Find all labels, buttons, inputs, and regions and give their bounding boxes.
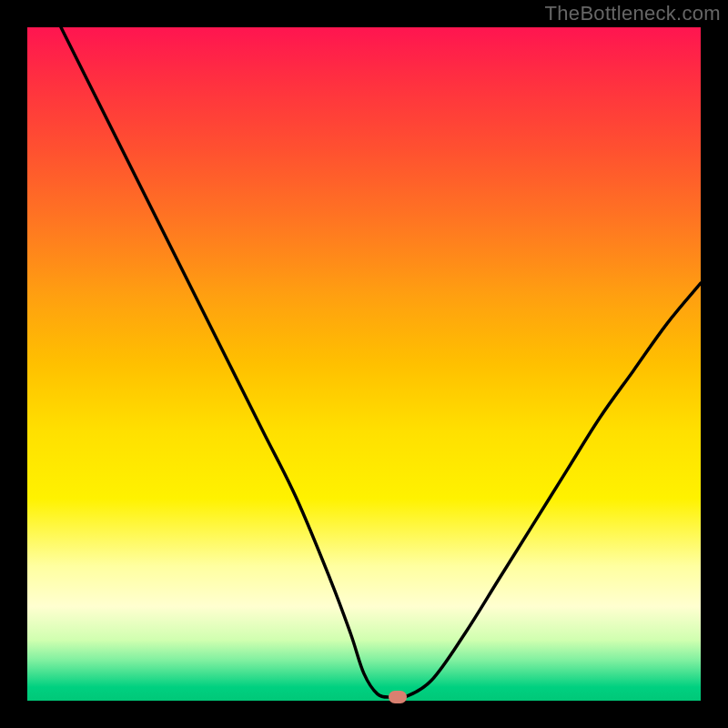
chart-frame: TheBottleneck.com [0,0,728,728]
plot-area [27,27,701,701]
bottleneck-curve [27,27,701,701]
optimal-point-marker [389,691,407,703]
watermark-text: TheBottleneck.com [545,2,721,25]
